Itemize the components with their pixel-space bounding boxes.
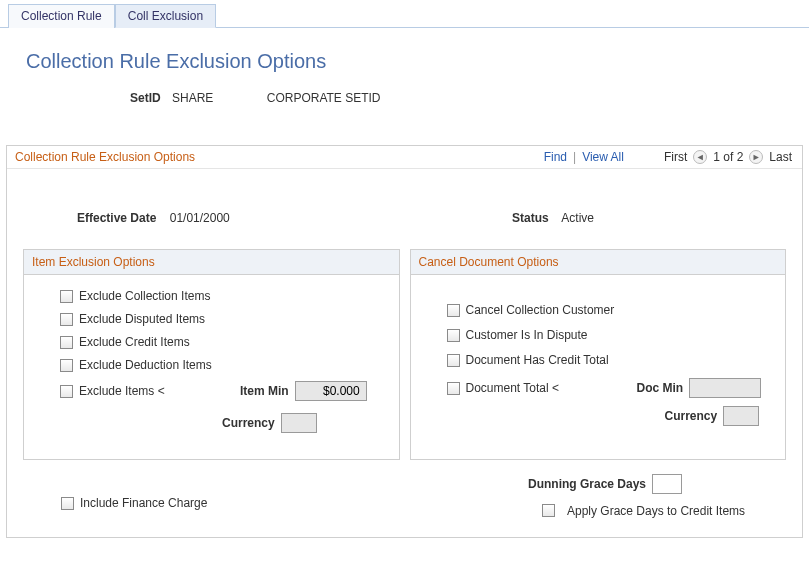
position-text: 1 of 2 [713, 150, 743, 164]
item-min-label: Item Min [240, 384, 289, 398]
doc-min-input[interactable] [689, 378, 761, 398]
panel-title: Collection Rule Exclusion Options [15, 150, 544, 164]
nav-separator: | [573, 150, 576, 164]
setid-row: SetID SHARE CORPORATE SETID [130, 91, 809, 105]
cancel-currency-input[interactable] [723, 406, 759, 426]
tab-collection-rule[interactable]: Collection Rule [8, 4, 115, 28]
exclusion-panel: Collection Rule Exclusion Options Find |… [6, 145, 803, 538]
dunning-grace-days-label: Dunning Grace Days [528, 477, 646, 491]
page-title: Collection Rule Exclusion Options [26, 50, 809, 73]
doc-has-credit-total-checkbox[interactable] [447, 354, 460, 367]
setid-label: SetID [130, 91, 161, 105]
apply-grace-days-label: Apply Grace Days to Credit Items [567, 504, 745, 518]
exclude-deduction-checkbox[interactable] [60, 359, 73, 372]
cancel-collection-customer-label: Cancel Collection Customer [466, 303, 615, 317]
exclude-collection-label: Exclude Collection Items [79, 289, 210, 303]
item-exclusion-title: Item Exclusion Options [24, 250, 399, 275]
status-row: Effective Date 01/01/2000 Status Active [7, 169, 802, 249]
groups-row: Item Exclusion Options Exclude Collectio… [7, 249, 802, 460]
exclude-credit-label: Exclude Credit Items [79, 335, 190, 349]
exclude-deduction-label: Exclude Deduction Items [79, 358, 212, 372]
customer-in-dispute-checkbox[interactable] [447, 329, 460, 342]
item-currency-label: Currency [222, 416, 275, 430]
prev-icon[interactable]: ◄ [693, 150, 707, 164]
include-finance-charge-checkbox[interactable] [61, 497, 74, 510]
eff-date-value: 01/01/2000 [170, 211, 230, 225]
exclude-items-lt-checkbox[interactable] [60, 385, 73, 398]
item-currency-input[interactable] [281, 413, 317, 433]
cancel-collection-customer-checkbox[interactable] [447, 304, 460, 317]
next-icon[interactable]: ► [749, 150, 763, 164]
cancel-document-group: Cancel Document Options Cancel Collectio… [410, 249, 787, 460]
first-link[interactable]: First [664, 150, 687, 164]
document-total-lt-checkbox[interactable] [447, 382, 460, 395]
document-total-lt-label: Document Total < [466, 381, 560, 395]
tab-coll-exclusion[interactable]: Coll Exclusion [115, 4, 216, 28]
status-value: Active [561, 211, 594, 225]
doc-min-label: Doc Min [637, 381, 684, 395]
tab-strip: Collection Rule Coll Exclusion [0, 0, 809, 28]
apply-grace-days-checkbox[interactable] [542, 504, 555, 517]
view-all-link[interactable]: View All [582, 150, 624, 164]
exclude-disputed-label: Exclude Disputed Items [79, 312, 205, 326]
eff-date-label: Effective Date [77, 211, 156, 225]
last-link[interactable]: Last [769, 150, 792, 164]
cancel-document-title: Cancel Document Options [411, 250, 786, 275]
exclude-collection-checkbox[interactable] [60, 290, 73, 303]
setid-desc: CORPORATE SETID [267, 91, 381, 105]
setid-value: SHARE [172, 91, 213, 105]
customer-in-dispute-label: Customer Is In Dispute [466, 328, 588, 342]
exclude-credit-checkbox[interactable] [60, 336, 73, 349]
item-min-input[interactable] [295, 381, 367, 401]
doc-has-credit-total-label: Document Has Credit Total [466, 353, 609, 367]
exclude-items-lt-label: Exclude Items < [79, 384, 165, 398]
find-link[interactable]: Find [544, 150, 567, 164]
scroll-nav: Find | View All First ◄ 1 of 2 ► Last [544, 150, 794, 164]
cancel-currency-label: Currency [665, 409, 718, 423]
include-finance-charge-label: Include Finance Charge [80, 496, 207, 510]
status-label: Status [512, 211, 549, 225]
exclude-disputed-checkbox[interactable] [60, 313, 73, 326]
dunning-grace-days-input[interactable] [652, 474, 682, 494]
item-exclusion-group: Item Exclusion Options Exclude Collectio… [23, 249, 400, 460]
panel-header: Collection Rule Exclusion Options Find |… [7, 146, 802, 169]
bottom-row: Include Finance Charge Dunning Grace Day… [7, 460, 802, 519]
